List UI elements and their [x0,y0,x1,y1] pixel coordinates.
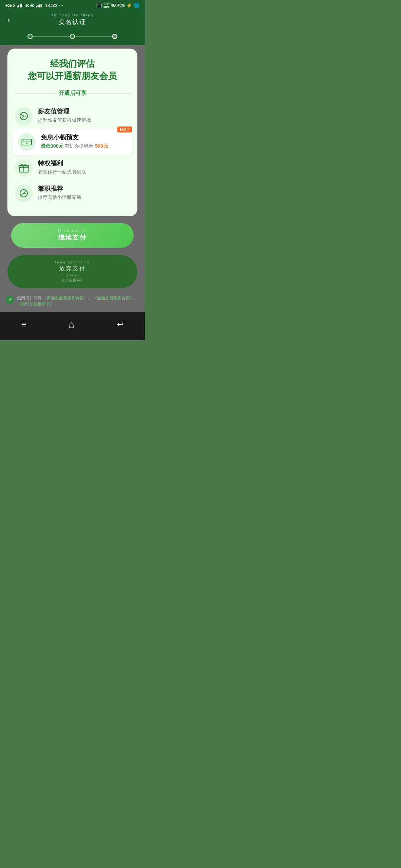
back-button[interactable]: ‹ [6,14,12,26]
feature-item-3: 特权福利 衣食住行一站式省到底 [15,155,130,181]
lightning-icon: ⚡ [126,3,132,8]
feature-title-4: 兼职推荐 [38,184,130,193]
money-card-icon: ¥ [18,133,36,151]
abandon-payment-button[interactable]: fàng qì zhī fù 放弃支付 zhī fù jīn é 支付金额 ¥4… [7,255,137,288]
network-speed: 0.30kb/s [104,2,110,9]
vibrate-icon: 📳 [96,3,102,8]
terms-link-3[interactable]: 《自动扣款授权书》 [17,302,54,306]
feature-text-4: 兼职推荐 推荐高薪小活赚零钱 [38,184,130,201]
feature-title-2: 免息小钱预支 [41,133,127,142]
terms-link-2[interactable]: 《迪迪支付服务协议》 [93,296,134,300]
modal-card: 经我们评估 您可以开通薪朋友会员 开通后可享 薪友值管理 提升薪友值获得极速审批 [7,49,137,216]
feature-text-2: 免息小钱预支 最低300元 有机会提额至 500元 [41,133,127,149]
hot-badge: HOT [117,126,132,132]
section-divider: 开通后可享 [15,90,130,97]
desc-rest: 有机会提额至 [65,143,94,149]
feature-text-3: 特权福利 衣食住行一站式省到底 [38,159,130,175]
home-icon[interactable]: ⌂ [61,317,82,333]
continue-btn-label: 继续支付 [17,233,128,242]
abandon-btn-pinyin: fàng qì zhī fù [13,260,131,264]
menu-icon[interactable]: ≡ [14,318,33,332]
svg-text:¥: ¥ [26,142,28,145]
step-line-1 [33,36,70,37]
abandon-sub-pinyin: zhī fù jīn é [13,274,131,277]
signal-4g: 4G [111,3,116,7]
terms-link-1[interactable]: 《薪朋友全量服务协议》 [43,296,88,300]
terms-text: 已阅读并同意 《薪朋友全量服务协议》、 《迪迪支付服务协议》、 《自动扣款授权书… [17,295,139,307]
feature-item-2: HOT ¥ 免息小钱预支 最低300元 有机会提额至 500元 [13,129,132,155]
battery-percent: 40% [117,3,125,7]
header-title: 实名认证 [51,18,93,26]
abandon-btn-label: 放弃支付 [13,265,131,273]
settings-icon: 🌐 [134,3,140,8]
amount-text: 最低300元 [41,143,63,149]
back-nav-icon[interactable]: ↩ [110,318,131,332]
feature-desc-1: 提升薪友值获得极速审批 [38,117,130,124]
feature-item-1: 薪友值管理 提升薪友值获得极速审批 [15,103,130,129]
signal-bars-1 [17,4,22,7]
feature-title-1: 薪友值管理 [38,107,130,116]
step-2 [70,34,75,39]
signal-bars-2 [36,4,42,7]
divider-line-left [15,93,56,93]
step-3 [112,34,117,39]
background-area: 经我们评估 您可以开通薪朋友会员 开通后可享 薪友值管理 提升薪友值获得极速审批 [0,45,145,216]
section-label: 开通后可享 [59,90,87,97]
speedometer-icon-2 [15,184,33,202]
continue-btn-pinyin: jì xù zhī fù [17,229,128,233]
continue-btn-wrap: jì xù zhī fù 继续支付 [0,216,145,251]
terms-checkbox[interactable]: ✓ [6,296,14,304]
feature-desc-4: 推荐高薪小活赚零钱 [38,194,130,201]
header: ‹ shí míng rèn zhèng 实名认证 [0,10,145,31]
bottom-nav: ≡ ⌂ ↩ [0,312,145,340]
step-line-2 [75,36,112,37]
abandon-btn-wrap: fàng qì zhī fù 放弃支付 zhī fù jīn é 支付金额 ¥4… [0,251,145,292]
status-right: 📳 0.30kb/s 4G 40% ⚡ 🌐 [96,2,140,9]
feature-desc-2: 最低300元 有机会提额至 500元 [41,143,127,149]
continue-payment-button[interactable]: jì xù zhī fù 继续支付 [11,223,134,248]
progress-steps [0,31,145,45]
gift-icon [15,159,33,177]
header-title-wrap: shí míng rèn zhèng 实名认证 [51,13,93,26]
step-1 [27,34,33,39]
feature-desc-3: 衣食住行一站式省到底 [38,169,130,175]
feature-text-1: 薪友值管理 提升薪友值获得极速审批 [38,107,130,124]
amount-orange: 500元 [95,143,108,149]
time: 14:22 [45,3,58,8]
status-bar: 4GHD 4GHD 14:22 ··· 📳 0.30kb/s 4G 40% ⚡ … [0,0,145,10]
modal-title: 经我们评估 您可以开通薪朋友会员 [15,57,130,82]
feature-title-3: 特权福利 [38,159,130,168]
status-left: 4GHD 4GHD 14:22 ··· [5,3,63,8]
network-type-1: 4GHD [5,4,15,7]
dots: ··· [59,3,63,8]
divider-line-right [89,93,130,93]
header-pinyin: shí míng rèn zhèng [51,13,93,17]
network-type-2: 4GHD [25,4,35,7]
abandon-sub-label: 支付金额 ¥45 [13,278,131,283]
feature-item-4: 兼职推荐 推荐高薪小活赚零钱 [15,181,130,206]
terms-section: ✓ 已阅读并同意 《薪朋友全量服务协议》、 《迪迪支付服务协议》、 《自动扣款授… [0,292,145,312]
speedometer-icon-1 [15,107,33,125]
